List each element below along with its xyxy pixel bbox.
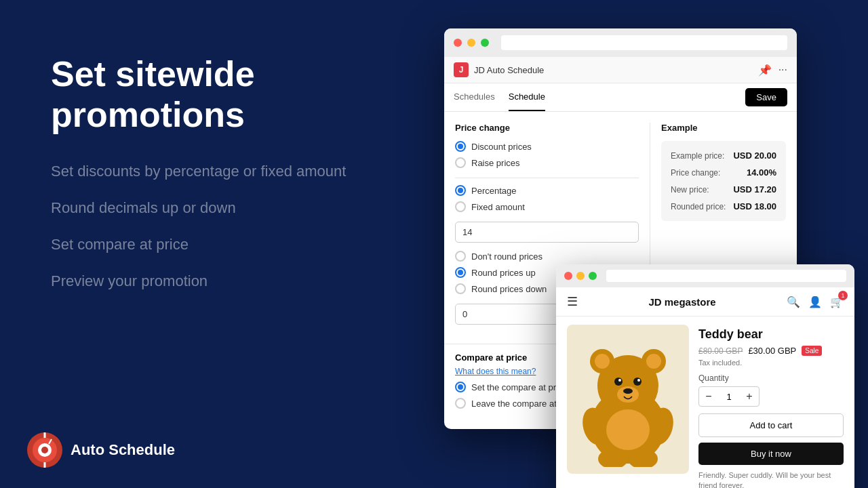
product-description: Friendly. Super cuddly. Will be your bes… (698, 470, 844, 488)
store-traffic-red[interactable] (564, 272, 572, 280)
app-icon: J (454, 62, 469, 77)
sale-badge: Sale (802, 346, 822, 356)
example-new-value: USD 17.20 (733, 184, 776, 195)
more-icon[interactable]: ··· (778, 64, 787, 77)
feature-item-1: Set discounts by percentage or fixed amo… (51, 163, 431, 180)
quantity-control: − 1 + (698, 386, 760, 407)
svg-point-15 (618, 379, 621, 382)
logo-text: Auto Schedule (71, 441, 175, 459)
radio-round-down-label: Round prices down (471, 284, 547, 294)
app-bar: J JD Auto Schedule 📌 ··· (444, 57, 797, 83)
radio-round-up-circle (455, 267, 466, 278)
example-box: Example price: USD 20.00 Price change: 1… (661, 141, 786, 221)
store-traffic-green[interactable] (589, 272, 597, 280)
traffic-light-yellow[interactable] (467, 39, 475, 47)
app-title: JD Auto Schedule (474, 65, 753, 75)
example-row-new: New price: USD 17.20 (671, 184, 776, 195)
tab-schedule[interactable]: Schedule (509, 83, 545, 111)
radio-dont-round-label: Don't round prices (471, 251, 542, 262)
radio-set-compare-circle (455, 382, 466, 392)
radio-discount-prices-label: Discount prices (471, 142, 532, 152)
price-row: £80.00 GBP £30.00 GBP Sale (698, 346, 844, 356)
cart-icon-wrap[interactable]: 🛒 1 (830, 295, 844, 309)
store-name: JD megastore (648, 296, 715, 308)
traffic-light-green[interactable] (481, 39, 489, 47)
product-title: Teddy bear (698, 327, 844, 342)
svg-point-23 (606, 409, 650, 450)
radio-raise-prices[interactable]: Raise prices (455, 157, 639, 168)
tab-schedules[interactable]: Schedules (454, 83, 495, 111)
store-nav-icons: 🔍 👤 🛒 1 (787, 295, 844, 309)
example-change-label: Price change: (671, 168, 720, 178)
radio-dont-round[interactable]: Don't round prices (455, 251, 639, 262)
add-to-cart-button[interactable]: Add to cart (698, 413, 844, 437)
storefront-titlebar (556, 264, 854, 287)
radio-leave-compare-circle (455, 398, 466, 409)
app-icons-right: 📌 ··· (758, 64, 787, 77)
store-product: Teddy bear £80.00 GBP £30.00 GBP Sale Ta… (556, 317, 854, 488)
buy-now-button[interactable]: Buy it now (698, 443, 844, 465)
radio-fixed-amount[interactable]: Fixed amount (455, 201, 639, 212)
save-button[interactable]: Save (745, 88, 787, 106)
left-panel: Set sitewide promotions Set discounts by… (51, 54, 431, 290)
teddy-bear-svg (574, 331, 682, 467)
store-nav: ☰ JD megastore 🔍 👤 🛒 1 (556, 287, 854, 317)
quantity-label: Quantity (698, 373, 844, 383)
quantity-increase-button[interactable]: + (740, 387, 759, 406)
example-price-value: USD 20.00 (733, 150, 776, 161)
quantity-decrease-button[interactable]: − (699, 387, 718, 406)
main-heading: Set sitewide promotions (51, 54, 431, 136)
browser-titlebar (444, 28, 797, 57)
radio-fixed-amount-circle (455, 201, 466, 212)
nav-left: Schedules Schedule (454, 83, 545, 111)
feature-item-2: Round decimals up or down (51, 199, 431, 217)
logo-icon (27, 432, 62, 468)
store-search-icon[interactable]: 🔍 (787, 296, 800, 308)
feature-item-4: Preview your promotion (51, 272, 431, 290)
product-details: Teddy bear £80.00 GBP £30.00 GBP Sale Ta… (698, 325, 844, 488)
example-change-value: 14.00% (747, 167, 776, 178)
radio-percentage-circle (455, 185, 466, 196)
radio-round-down-circle (455, 283, 466, 294)
svg-point-3 (41, 447, 48, 453)
store-account-icon[interactable]: 👤 (808, 296, 822, 308)
radio-fixed-amount-label: Fixed amount (471, 202, 525, 212)
sale-price: £30.00 GBP (748, 346, 796, 356)
browser-url-bar[interactable] (501, 35, 787, 50)
hamburger-icon[interactable]: ☰ (567, 294, 578, 309)
example-rounded-label: Rounded price: (671, 202, 726, 211)
svg-point-12 (646, 354, 661, 369)
radio-discount-prices[interactable]: Discount prices (455, 141, 639, 152)
example-title: Example (661, 123, 786, 133)
traffic-light-red[interactable] (454, 39, 462, 47)
feature-list: Set discounts by percentage or fixed amo… (51, 163, 431, 290)
storefront-window: ☰ JD megastore 🔍 👤 🛒 1 (556, 264, 854, 488)
radio-percentage-label: Percentage (471, 186, 517, 196)
radio-round-up-label: Round prices up (471, 268, 536, 278)
product-image (567, 325, 689, 474)
nav-tabs: Schedules Schedule Save (444, 83, 797, 112)
radio-discount-prices-circle (455, 141, 466, 152)
example-rounded-value: USD 18.00 (733, 201, 776, 211)
divider-1 (455, 178, 639, 178)
svg-point-18 (623, 388, 633, 394)
radio-percentage[interactable]: Percentage (455, 185, 639, 196)
quantity-value: 1 (718, 392, 740, 402)
radio-dont-round-circle (455, 251, 466, 262)
radio-raise-prices-label: Raise prices (471, 158, 520, 168)
example-row-change: Price change: 14.00% (671, 167, 776, 178)
store-traffic-yellow[interactable] (576, 272, 585, 280)
price-change-title: Price change (455, 123, 639, 133)
svg-point-14 (633, 378, 642, 386)
svg-point-16 (637, 379, 640, 382)
svg-point-11 (595, 354, 610, 369)
logo: Auto Schedule (27, 432, 175, 468)
storefront-url-bar[interactable] (606, 270, 846, 282)
radio-raise-prices-circle (455, 157, 466, 168)
pin-icon[interactable]: 📌 (758, 64, 772, 77)
value-input[interactable] (455, 222, 639, 243)
example-row-price: Example price: USD 20.00 (671, 150, 776, 161)
cart-badge: 1 (838, 291, 848, 300)
example-new-label: New price: (671, 185, 709, 195)
example-price-label: Example price: (671, 151, 724, 161)
